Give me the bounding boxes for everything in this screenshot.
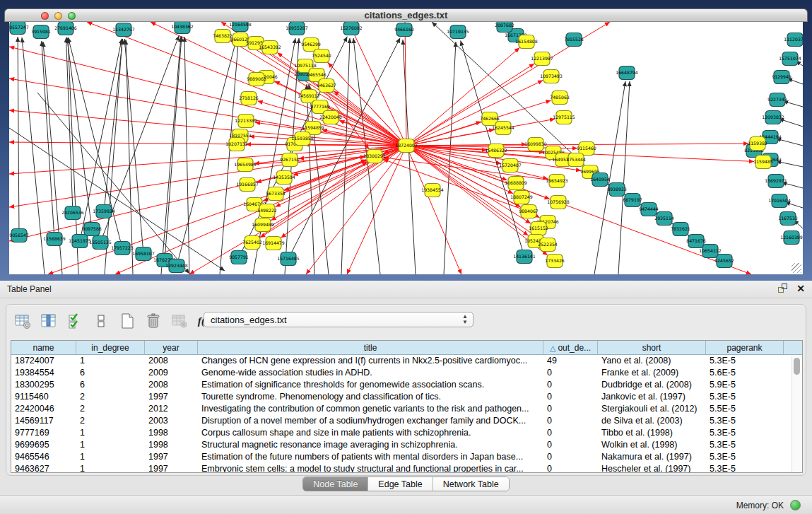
float-window-icon[interactable] — [778, 284, 788, 293]
network-node[interactable]: 20206536 — [61, 206, 84, 220]
table-row[interactable]: 969969511998Structural magnetic resonanc… — [11, 439, 802, 451]
network-node[interactable]: 1159485 — [753, 156, 773, 169]
column-header-pagerank[interactable]: pagerank — [706, 341, 784, 354]
table-row[interactable]: 911546021997Tourette syndrome. Phenomeno… — [11, 391, 802, 403]
network-node[interactable]: 18807249 — [510, 191, 533, 204]
column-header-title[interactable]: title — [198, 341, 543, 354]
network-node[interactable]: 22420046 — [319, 111, 342, 124]
show-column-icon[interactable] — [40, 312, 58, 330]
network-node[interactable]: 16958107 — [132, 247, 155, 261]
memory-ok-indicator-icon[interactable] — [790, 500, 801, 510]
network-node[interactable]: 2087682 — [495, 22, 514, 33]
network-node[interactable]: 12093832 — [762, 111, 784, 124]
network-node[interactable]: 7485063 — [550, 91, 570, 105]
table-selector-dropdown[interactable]: citations_edges.txt ▲▼ — [204, 312, 473, 327]
close-traffic-light-icon[interactable] — [41, 12, 49, 20]
table-row[interactable]: 1456911722003Disruption of a novel membe… — [11, 415, 802, 427]
table-row[interactable]: 1872400712008Changes of HCN gene express… — [11, 355, 802, 367]
network-node[interactable]: 9463627 — [317, 79, 336, 93]
network-node[interactable]: 6679197 — [623, 194, 642, 207]
network-node[interactable]: 14353594 — [273, 171, 295, 185]
network-node[interactable]: 12164598 — [229, 22, 252, 32]
network-node[interactable]: 11120371 — [784, 33, 803, 47]
vertical-scrollbar[interactable] — [792, 356, 801, 472]
network-node[interactable]: 12160399 — [780, 231, 803, 245]
tab-network-table[interactable]: Network Table — [433, 477, 509, 491]
network-node[interactable]: 2718126 — [239, 92, 259, 105]
network-node[interactable]: 12975115 — [553, 111, 575, 124]
table-row[interactable]: 946554611997Estimation of the future num… — [11, 451, 802, 463]
network-node[interactable]: 11451975 — [69, 235, 91, 248]
column-header-name[interactable]: name — [11, 341, 76, 354]
network-node[interactable]: 19654985 — [234, 158, 257, 172]
column-header-short[interactable]: short — [598, 341, 706, 354]
network-node[interactable]: 11568639 — [43, 233, 66, 246]
network-node[interactable]: 17016504 — [768, 194, 791, 208]
network-node[interactable]: 16099830 — [524, 138, 547, 151]
network-node[interactable]: 7625402 — [242, 236, 262, 250]
network-node[interactable]: 7463822 — [213, 30, 233, 43]
network-node[interactable]: 18300295 — [363, 150, 386, 163]
network-node[interactable]: 10688809 — [505, 177, 527, 190]
network-node[interactable]: 16543392 — [259, 41, 281, 54]
network-node[interactable]: 17957223 — [111, 242, 134, 255]
close-icon[interactable]: ✕ — [796, 284, 805, 293]
network-node[interactable]: 12213987 — [531, 52, 553, 66]
network-node[interactable]: 9466160 — [394, 23, 414, 37]
network-node[interactable]: 27691406 — [54, 22, 77, 35]
network-node[interactable]: 1640954 — [590, 173, 610, 187]
network-node[interactable]: 8753444 — [566, 153, 586, 167]
network-node[interactable]: 1159382 — [748, 137, 767, 151]
network-node[interactable]: 9857791 — [229, 251, 249, 264]
network-node[interactable]: 12213389 — [235, 115, 257, 128]
network-node[interactable]: 16648794 — [616, 66, 638, 80]
row-height-icon[interactable] — [92, 312, 110, 330]
network-graph[interactable]: 2055724739159812769140611342757104383621… — [9, 22, 803, 274]
network-node[interactable]: 7815526 — [564, 33, 584, 47]
network-node[interactable]: 20557247 — [9, 22, 29, 35]
network-node[interactable]: 9056547 — [9, 229, 29, 243]
network-node[interactable]: 15276002 — [340, 22, 363, 35]
zoom-traffic-light-icon[interactable] — [68, 12, 76, 20]
network-node[interactable]: 9227343 — [767, 93, 787, 107]
network-node[interactable]: 7832621 — [671, 223, 690, 236]
network-node[interactable]: 15692971 — [765, 175, 787, 188]
network-node[interactable]: 7524540 — [312, 49, 331, 63]
network-node[interactable]: 9097588 — [82, 223, 102, 236]
table-row[interactable]: 977716911998Corpus callosum shape and si… — [11, 427, 802, 439]
network-node[interactable]: 17359924 — [93, 205, 115, 218]
network-node[interactable]: 10756928 — [547, 196, 570, 209]
network-node[interactable]: 11342757 — [112, 23, 135, 37]
network-node[interactable]: 16154808 — [515, 35, 538, 49]
network-node[interactable]: 9474444 — [639, 203, 659, 216]
network-node[interactable]: 10719135 — [447, 25, 469, 39]
network-node[interactable]: 8938923 — [607, 183, 627, 197]
network-node[interactable]: 15486322 — [485, 144, 507, 158]
minimize-traffic-light-icon[interactable] — [54, 12, 62, 20]
network-node[interactable]: 15716485 — [277, 252, 300, 266]
network-node[interactable]: 10955287 — [286, 22, 308, 35]
network-node[interactable]: 2522354 — [538, 238, 558, 252]
network-node[interactable]: 13505135 — [89, 236, 112, 250]
network-node[interactable]: 10207132 — [225, 138, 248, 151]
table-mode-icon[interactable] — [13, 312, 32, 330]
network-node[interactable]: 19654923 — [546, 175, 568, 188]
network-node[interactable]: 15751074 — [779, 52, 801, 66]
network-node[interactable]: 11593858 — [291, 132, 314, 146]
canvas-resize-grip[interactable] — [792, 263, 801, 273]
network-node[interactable]: 5673354 — [266, 187, 286, 201]
network-node[interactable]: 9884067 — [519, 205, 539, 218]
network-node[interactable]: 1615152 — [529, 222, 548, 235]
table-row[interactable]: 1938455462009Genome-wide association stu… — [11, 367, 802, 379]
column-header-year[interactable]: year — [145, 341, 198, 354]
new-column-icon[interactable] — [118, 312, 136, 330]
network-window-titlebar[interactable]: citations_edges.txt — [4, 8, 808, 22]
tab-node-table[interactable]: Node Table — [303, 477, 368, 491]
network-node[interactable]: 15720407 — [499, 159, 522, 173]
select-rows-icon[interactable] — [66, 312, 84, 330]
network-node[interactable]: 9129949 — [772, 71, 792, 84]
network-node[interactable]: 18724007 — [395, 139, 418, 153]
network-node[interactable]: 19384554 — [421, 184, 444, 197]
network-node[interactable]: 10973493 — [540, 70, 563, 83]
network-node[interactable]: 19166857 — [236, 178, 259, 192]
